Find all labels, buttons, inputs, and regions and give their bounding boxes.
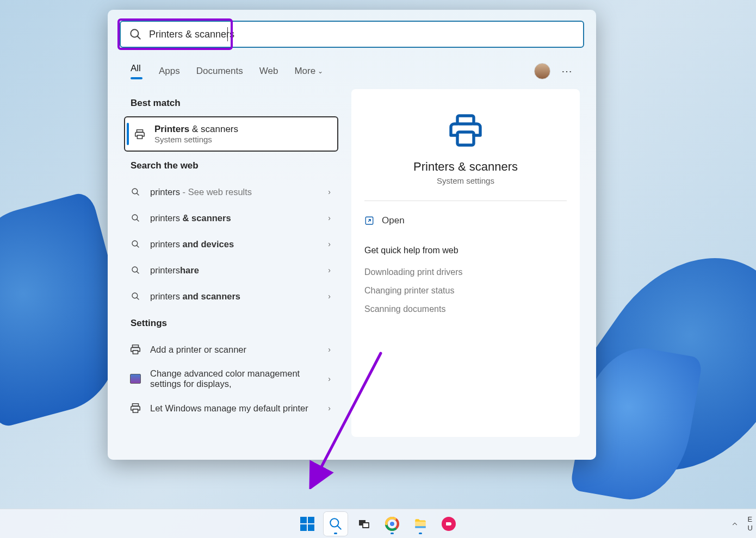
chrome-button[interactable] bbox=[380, 512, 404, 536]
help-link-0[interactable]: Downloading print drivers bbox=[364, 263, 567, 281]
display-icon bbox=[128, 372, 142, 386]
chevron-right-icon: › bbox=[328, 374, 331, 383]
preview-pane: Printers & scanners System settings Open… bbox=[351, 89, 580, 437]
search-icon bbox=[329, 517, 343, 531]
settings-result-0[interactable]: Add a printer or scanner› bbox=[124, 336, 338, 362]
svg-line-13 bbox=[137, 297, 139, 299]
tab-apps[interactable]: Apps bbox=[159, 61, 180, 81]
chevron-right-icon: › bbox=[328, 240, 331, 248]
chevron-down-icon: ⌄ bbox=[318, 67, 323, 75]
tab-web[interactable]: Web bbox=[259, 61, 278, 81]
file-explorer-button[interactable] bbox=[408, 512, 432, 536]
printer-icon bbox=[133, 127, 147, 141]
chrome-icon bbox=[385, 517, 399, 531]
result-label: printers and devices bbox=[150, 239, 320, 249]
svg-rect-19 bbox=[457, 132, 474, 145]
tray-overflow-button[interactable] bbox=[727, 516, 742, 531]
chevron-right-icon: › bbox=[328, 214, 331, 222]
help-link-1[interactable]: Changing printer status bbox=[364, 281, 567, 300]
chevron-up-icon bbox=[731, 520, 739, 528]
web-result-2[interactable]: printers and devices › bbox=[124, 231, 338, 257]
user-avatar[interactable] bbox=[534, 63, 550, 79]
settings-result-2[interactable]: Let Windows manage my default printer› bbox=[124, 395, 338, 421]
settings-result-1[interactable]: Change advanced color management setting… bbox=[124, 362, 338, 395]
search-icon bbox=[128, 27, 142, 41]
search-icon bbox=[128, 185, 142, 199]
result-label: printers and scanners bbox=[150, 291, 320, 302]
best-match-result[interactable]: Printers & scanners System settings bbox=[124, 116, 338, 152]
tab-all[interactable]: All bbox=[131, 59, 142, 84]
open-icon bbox=[364, 216, 374, 226]
start-button[interactable] bbox=[295, 512, 319, 536]
svg-point-29 bbox=[389, 521, 395, 527]
printer-icon bbox=[128, 401, 142, 415]
open-label: Open bbox=[382, 215, 405, 226]
result-label: printers & scanners bbox=[150, 213, 320, 223]
web-result-4[interactable]: printers and scanners › bbox=[124, 283, 338, 309]
search-icon bbox=[128, 237, 142, 251]
search-icon bbox=[128, 289, 142, 303]
result-label: printers - See web results bbox=[150, 187, 320, 197]
result-label: Change advanced color management setting… bbox=[150, 368, 320, 389]
svg-rect-31 bbox=[415, 526, 426, 528]
tab-documents[interactable]: Documents bbox=[196, 61, 243, 81]
svg-line-23 bbox=[337, 526, 341, 529]
task-view-button[interactable] bbox=[352, 512, 376, 536]
svg-rect-3 bbox=[137, 135, 142, 138]
svg-line-11 bbox=[137, 271, 139, 273]
chevron-right-icon: › bbox=[328, 345, 331, 354]
taskbar-search-button[interactable] bbox=[324, 512, 348, 536]
result-label: Let Windows manage my default printer bbox=[150, 403, 320, 414]
chevron-right-icon: › bbox=[328, 266, 331, 274]
windows-logo-icon bbox=[300, 517, 314, 531]
preview-title: Printers & scanners bbox=[364, 160, 567, 174]
result-label: Add a printer or scanner bbox=[150, 345, 320, 355]
task-view-icon bbox=[357, 517, 370, 530]
chevron-right-icon: › bbox=[328, 292, 331, 301]
svg-rect-18 bbox=[457, 116, 474, 124]
svg-rect-15 bbox=[133, 351, 138, 354]
svg-line-1 bbox=[137, 36, 140, 39]
preview-subtitle: System settings bbox=[364, 176, 567, 185]
svg-line-5 bbox=[137, 193, 139, 195]
result-label: printershare bbox=[150, 265, 320, 276]
folder-icon bbox=[413, 517, 427, 531]
printer-icon bbox=[364, 111, 567, 150]
best-match-title: Printers & scanners bbox=[154, 124, 238, 135]
chevron-right-icon: › bbox=[328, 187, 331, 196]
app-icon bbox=[442, 517, 456, 531]
svg-line-9 bbox=[137, 245, 139, 247]
best-match-subtitle: System settings bbox=[154, 135, 238, 144]
web-result-1[interactable]: printers & scanners › bbox=[124, 205, 338, 231]
search-filter-tabs: All Apps Documents Web More ⌄ ⋯ bbox=[108, 53, 596, 84]
svg-rect-25 bbox=[363, 523, 369, 528]
pinned-app-button[interactable] bbox=[437, 512, 461, 536]
tab-more[interactable]: More ⌄ bbox=[294, 61, 323, 81]
printer-icon bbox=[128, 342, 142, 356]
svg-rect-17 bbox=[133, 409, 138, 412]
quick-help-heading: Get quick help from web bbox=[364, 246, 567, 255]
language-indicator[interactable]: EU bbox=[748, 515, 753, 532]
web-result-3[interactable]: printershare › bbox=[124, 257, 338, 283]
best-match-heading: Best match bbox=[131, 98, 338, 109]
more-options-button[interactable]: ⋯ bbox=[561, 65, 573, 78]
search-icon bbox=[128, 211, 142, 225]
taskbar: EU bbox=[0, 509, 756, 538]
web-result-0[interactable]: printers - See web results › bbox=[124, 179, 338, 205]
chevron-right-icon: › bbox=[328, 404, 331, 412]
open-action[interactable]: Open bbox=[364, 211, 567, 230]
svg-line-7 bbox=[137, 219, 139, 221]
search-input[interactable] bbox=[149, 29, 575, 40]
search-web-heading: Search the web bbox=[131, 160, 338, 171]
search-icon bbox=[128, 263, 142, 277]
search-box[interactable] bbox=[120, 21, 584, 48]
settings-heading: Settings bbox=[131, 318, 338, 329]
help-link-2[interactable]: Scanning documents bbox=[364, 300, 567, 318]
search-panel: All Apps Documents Web More ⌄ ⋯ Best mat… bbox=[108, 10, 596, 460]
